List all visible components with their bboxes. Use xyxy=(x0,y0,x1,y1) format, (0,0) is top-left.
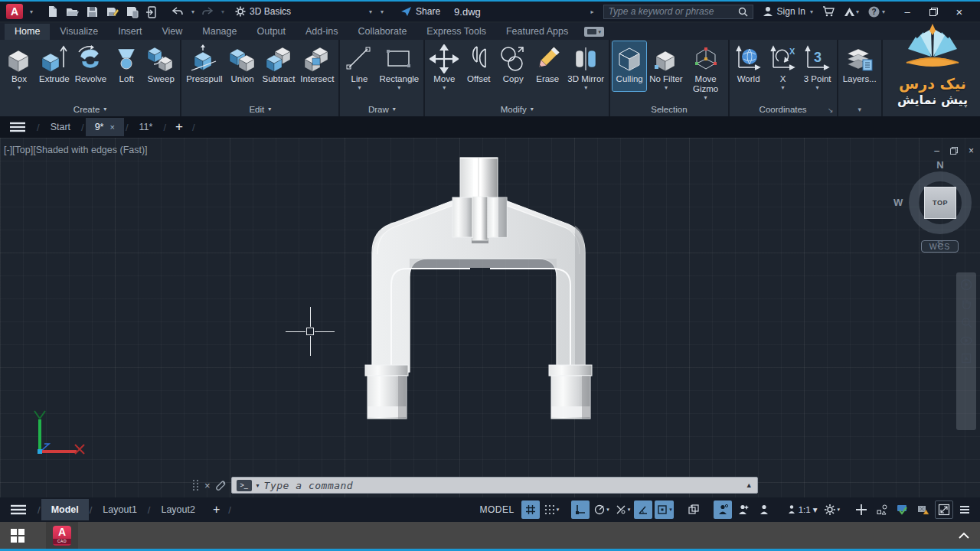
command-expand-icon[interactable]: ▲ xyxy=(746,481,753,489)
ribbon-tab-output[interactable]: Output xyxy=(247,24,296,40)
signin-dropdown-icon[interactable]: ▾ xyxy=(810,8,813,15)
layout-tab-layout1[interactable]: Layout1 xyxy=(93,499,146,520)
ortho-icon[interactable] xyxy=(571,500,590,519)
undo-dropdown-icon[interactable]: ▾ xyxy=(191,8,194,15)
new-drawing-tab-button[interactable]: + xyxy=(168,119,191,135)
open-folder-icon[interactable] xyxy=(65,5,79,18)
ribbon-button-erase[interactable]: Erase xyxy=(531,41,564,91)
ribbon-tab-home[interactable]: Home xyxy=(5,24,50,40)
save-web-mobile-icon[interactable] xyxy=(125,5,139,18)
orbit-icon[interactable] xyxy=(960,335,972,346)
ribbon-button-box[interactable]: Box▾ xyxy=(2,41,36,91)
customization-menu-icon[interactable] xyxy=(956,500,974,519)
drawing-viewport[interactable]: [-][Top][Shaded with edges (Fast)] – × xyxy=(0,138,980,497)
panel-title[interactable]: Edit▾ xyxy=(181,102,338,116)
redo-button[interactable] xyxy=(201,5,214,18)
isolate-objects-icon[interactable] xyxy=(873,500,891,519)
qat-menu-icon[interactable]: ▾ xyxy=(381,8,384,15)
viewcube-west[interactable]: W xyxy=(893,197,903,208)
panel-title[interactable]: Modify▾ xyxy=(425,102,609,116)
dropdown-arrow-icon[interactable]: ▾ xyxy=(704,94,707,101)
app-store-cart-icon[interactable] xyxy=(822,6,835,17)
ribbon-button-sweep[interactable]: Sweep xyxy=(144,41,178,91)
ribbon-button-offset[interactable]: Offset xyxy=(462,41,495,91)
search-icon[interactable] xyxy=(738,7,748,17)
ribbon-tab-insert[interactable]: Insert xyxy=(108,24,152,40)
clean-screen-icon[interactable] xyxy=(935,500,953,519)
command-prompt-icon[interactable]: >_ xyxy=(237,480,252,491)
dropdown-arrow-icon[interactable]: ▾ xyxy=(816,84,819,91)
minimize-button[interactable]: – xyxy=(894,2,920,21)
dropdown-arrow-icon[interactable]: ▾ xyxy=(665,84,668,91)
workspace-switcher[interactable]: 3D Basics ▾ ▾ xyxy=(230,5,388,18)
dropdown-arrow-icon[interactable]: ▾ xyxy=(397,84,400,91)
ribbon-button-move[interactable]: Move▾ xyxy=(427,41,461,91)
ribbon-button-3d-mirror[interactable]: 3D Mirror▾ xyxy=(565,41,606,91)
file-tabs-menu-icon[interactable] xyxy=(0,122,35,132)
ribbon-button-presspull[interactable]: Presspull xyxy=(184,41,224,91)
ribbon-button-union[interactable]: Union xyxy=(226,41,260,91)
yoke-3d-model[interactable] xyxy=(365,158,592,419)
file-tab-start[interactable]: Start xyxy=(41,118,80,136)
file-tab-11[interactable]: 11* xyxy=(130,118,162,136)
redo-dropdown-icon[interactable]: ▾ xyxy=(221,8,224,15)
search-input[interactable]: Type a keyword or phrase xyxy=(603,5,753,19)
help-button[interactable]: ? ▾ xyxy=(868,6,885,18)
ribbon-button-layers[interactable]: Layers... xyxy=(841,41,879,91)
dialog-launcher-icon[interactable]: ↘ xyxy=(828,106,834,114)
ribbon-button-line[interactable]: Line▾ xyxy=(342,41,376,91)
new-layout-button[interactable]: + xyxy=(205,503,227,517)
search-expand-icon[interactable]: ▸ xyxy=(591,8,594,15)
panel-title[interactable]: Coordinates↘ xyxy=(730,102,837,116)
dropdown-arrow-icon[interactable]: ▾ xyxy=(782,84,785,91)
annotation-visibility-icon[interactable] xyxy=(714,500,732,519)
layout-tab-layout2[interactable]: Layout2 xyxy=(151,499,204,520)
ribbon-tab-add-ins[interactable]: Add-ins xyxy=(296,24,348,40)
undo-button[interactable] xyxy=(171,5,185,18)
application-menu-button[interactable]: A xyxy=(6,4,23,19)
ribbon-button-move-gizmo[interactable]: Move Gizmo▾ xyxy=(686,41,726,101)
workspace-dropdown-icon[interactable]: ▾ xyxy=(369,8,372,15)
annotation-monitor-icon[interactable] xyxy=(914,500,933,519)
ribbon-display-toggle[interactable]: ▾ xyxy=(584,27,604,37)
object-snap-tracking-icon[interactable] xyxy=(634,500,652,519)
ribbon-tab-manage[interactable]: Manage xyxy=(192,24,247,40)
dropdown-arrow-icon[interactable]: ▾ xyxy=(358,84,361,91)
wcs-menu-button[interactable]: WCS xyxy=(921,240,959,253)
viewcube-north[interactable]: N xyxy=(904,159,976,171)
panel-title[interactable]: ▾ xyxy=(838,102,881,116)
navigation-wheel-icon[interactable] xyxy=(960,279,972,291)
ribbon-tab-visualize[interactable]: Visualize xyxy=(50,24,108,40)
viewcube-top-face[interactable]: TOP xyxy=(924,187,956,219)
annotation-scale-icon[interactable] xyxy=(755,500,773,519)
windows-start-button[interactable] xyxy=(0,529,35,543)
ribbon-button-intersect[interactable]: Intersect xyxy=(298,41,336,91)
ribbon-button-revolve[interactable]: Revolve xyxy=(73,41,109,91)
new-file-icon[interactable] xyxy=(45,5,59,18)
close-tab-icon[interactable]: × xyxy=(109,122,114,132)
crosshair-size-icon[interactable] xyxy=(852,500,871,519)
ribbon-button-extrude[interactable]: Extrude xyxy=(37,41,72,91)
panel-title[interactable]: Draw▾ xyxy=(340,102,423,116)
open-mobile-icon[interactable] xyxy=(145,5,158,18)
taskbar-autocad-app[interactable]: ACAD xyxy=(46,522,78,549)
pan-hand-icon[interactable] xyxy=(961,298,972,310)
steering-menu-icon[interactable] xyxy=(961,353,972,364)
sign-in-button[interactable]: Sign In ▾ xyxy=(763,6,813,17)
app-menu-dropdown-icon[interactable]: ▾ xyxy=(30,8,33,15)
ribbon-button-subtract[interactable]: Subtract xyxy=(260,41,298,91)
ribbon-button-rectangle[interactable]: Rectangle▾ xyxy=(377,41,421,91)
ribbon-button-copy[interactable]: Copy xyxy=(496,41,530,91)
ribbon-button-no-filter[interactable]: No Filter▾ xyxy=(647,41,684,91)
layout-tabs-menu-icon[interactable] xyxy=(0,504,37,515)
ribbon-button-loft[interactable]: Loft xyxy=(109,41,143,91)
restore-button[interactable] xyxy=(920,2,946,21)
ribbon-tab-express-tools[interactable]: Express Tools xyxy=(416,24,496,40)
model-space-badge[interactable]: MODEL xyxy=(479,504,514,515)
taskbar-show-hidden-icons[interactable] xyxy=(959,532,969,539)
isodraft-icon[interactable]: ▾ xyxy=(613,500,632,519)
command-line-close-icon[interactable]: × xyxy=(204,480,211,491)
dropdown-arrow-icon[interactable]: ▾ xyxy=(584,84,587,91)
graphics-performance-icon[interactable] xyxy=(893,500,912,519)
autoscale-icon[interactable] xyxy=(734,500,753,519)
